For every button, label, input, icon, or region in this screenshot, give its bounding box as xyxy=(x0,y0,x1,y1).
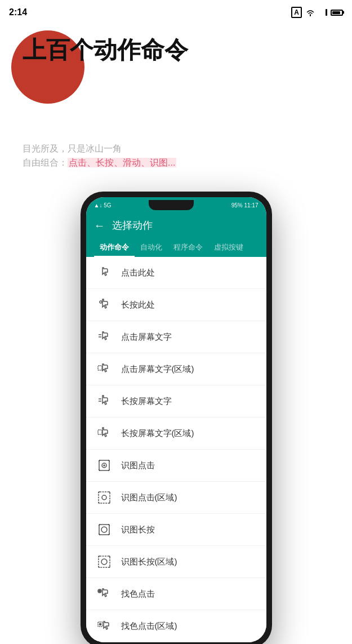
phone-toolbar-title: 选择动作 xyxy=(112,219,153,232)
longpress-icon xyxy=(95,296,113,314)
phone-toolbar: ← 选择动作 xyxy=(86,213,266,238)
phone-notch xyxy=(149,200,194,210)
subtitle-line2: 自由组合：点击、长按、滑动、识图... xyxy=(23,157,329,169)
svg-rect-6 xyxy=(98,430,102,434)
phone-list: 点击此处 长按此处 xyxy=(86,257,266,642)
list-item[interactable]: 长按此处 xyxy=(86,289,266,321)
status-icons: A xyxy=(291,7,343,18)
list-label: 点击此处 xyxy=(121,268,155,278)
subtitle-line1: 目光所及，只是冰山一角 xyxy=(23,143,329,155)
subtitle2-prefix: 自由组合： xyxy=(23,158,68,167)
list-item[interactable]: 点击此处 xyxy=(86,257,266,289)
longpress-text-icon xyxy=(95,392,113,410)
list-label: 长按屏幕文字 xyxy=(121,396,172,407)
tab-automation[interactable]: 自动化 xyxy=(135,238,168,257)
phone-container: ▲↓ 5G 95% 11:17 ← 选择动作 动作命令 自动化 程序命令 xyxy=(0,192,352,644)
wifi-icon xyxy=(305,8,315,16)
image-click-region-icon xyxy=(95,488,113,507)
svg-rect-14 xyxy=(99,556,110,567)
phone-status-left: ▲↓ 5G xyxy=(94,202,112,208)
longpress-text-region-icon xyxy=(95,424,113,442)
list-label: 长按屏幕文字(区域) xyxy=(121,428,194,439)
battery-icon xyxy=(331,10,343,16)
svg-rect-10 xyxy=(99,492,110,503)
tap-text-icon xyxy=(95,328,113,346)
list-item[interactable]: 识图长按 xyxy=(86,514,266,546)
svg-point-15 xyxy=(101,559,107,565)
list-item[interactable]: 点击屏幕文字(区域) xyxy=(86,353,266,385)
back-button[interactable]: ← xyxy=(94,219,105,232)
svg-rect-3 xyxy=(98,366,102,370)
tab-virtual-keys[interactable]: 虚拟按键 xyxy=(208,238,249,257)
svg-point-0 xyxy=(100,301,102,303)
color-click-icon xyxy=(95,585,113,603)
svg-point-13 xyxy=(101,527,107,532)
list-item[interactable]: 找色点击(区域) xyxy=(86,610,266,642)
phone-tabs: 动作命令 自动化 程序命令 虚拟按键 xyxy=(86,238,266,257)
status-time: 2:14 xyxy=(9,7,27,17)
list-label: 识图长按(区域) xyxy=(121,557,177,567)
list-label: 长按此处 xyxy=(121,300,155,310)
list-label: 找色点击 xyxy=(121,589,155,599)
list-item[interactable]: 长按屏幕文字 xyxy=(86,385,266,418)
svg-point-11 xyxy=(102,495,106,500)
list-item[interactable]: 长按屏幕文字(区域) xyxy=(86,418,266,450)
list-item[interactable]: 识图长按(区域) xyxy=(86,546,266,578)
list-label: 点击屏幕文字(区域) xyxy=(121,364,194,375)
list-item[interactable]: 点击屏幕文字 xyxy=(86,321,266,353)
hero-title: 上百个动作命令 xyxy=(17,36,335,64)
image-longpress-icon xyxy=(95,521,113,539)
svg-rect-12 xyxy=(99,525,109,535)
image-longpress-region-icon xyxy=(95,553,113,571)
signal-icon xyxy=(319,9,327,16)
list-label: 识图点击(区域) xyxy=(121,492,177,503)
list-label: 点击屏幕文字 xyxy=(121,332,172,343)
subtitle2-highlight: 点击、长按、滑动、识图... xyxy=(68,158,176,167)
phone-status-bar: ▲↓ 5G 95% 11:17 xyxy=(86,197,266,213)
tap-icon xyxy=(95,264,113,282)
phone-mockup: ▲↓ 5G 95% 11:17 ← 选择动作 动作命令 自动化 程序命令 xyxy=(81,192,272,644)
hero-subtitle: 目光所及，只是冰山一角 自由组合：点击、长按、滑动、识图... xyxy=(17,143,335,169)
status-bar: 2:14 A xyxy=(0,0,352,25)
phone-status-right: 95% 11:17 xyxy=(231,202,259,208)
tab-program-commands[interactable]: 程序命令 xyxy=(168,238,208,257)
color-click-region-icon xyxy=(95,617,113,635)
list-item[interactable]: 识图点击 xyxy=(86,450,266,482)
image-click-icon xyxy=(95,456,113,474)
svg-point-19 xyxy=(99,624,101,625)
phone-screen: ▲↓ 5G 95% 11:17 ← 选择动作 动作命令 自动化 程序命令 xyxy=(86,197,266,642)
tab-action-commands[interactable]: 动作命令 xyxy=(94,238,135,257)
list-label: 找色点击(区域) xyxy=(121,621,177,632)
list-label: 识图长按 xyxy=(121,525,155,535)
list-item[interactable]: 识图点击(区域) xyxy=(86,482,266,514)
tap-text-region-icon xyxy=(95,360,113,378)
list-label: 识图点击 xyxy=(121,460,155,471)
list-item[interactable]: 找色点击 xyxy=(86,578,266,610)
hero-section: 上百个动作命令 目光所及，只是冰山一角 自由组合：点击、长按、滑动、识图... xyxy=(0,25,352,175)
sim-icon: A xyxy=(291,7,302,18)
svg-point-9 xyxy=(104,465,105,466)
svg-point-17 xyxy=(99,590,100,592)
